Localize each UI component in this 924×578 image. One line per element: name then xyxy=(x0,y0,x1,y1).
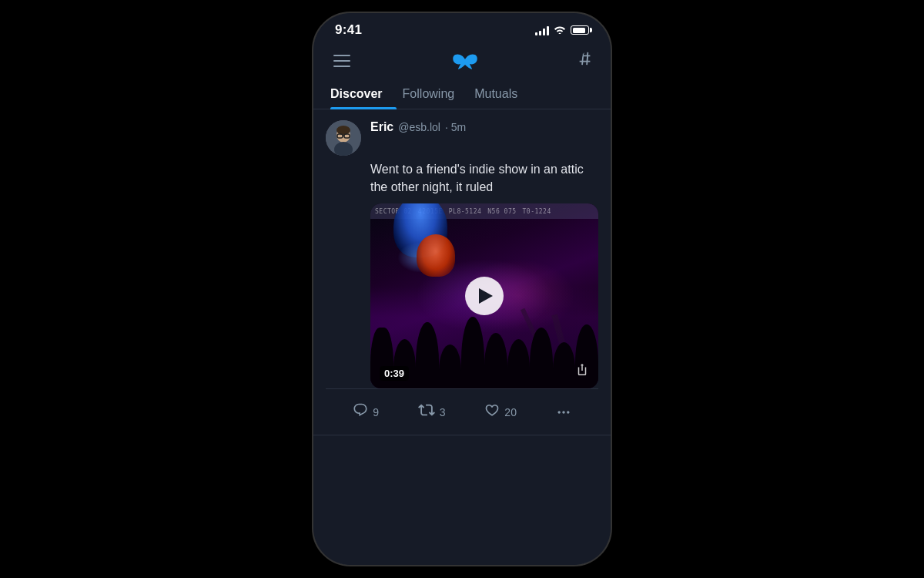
phone-screen: 9:41 xyxy=(313,13,611,565)
app-header xyxy=(313,41,611,79)
wifi-icon xyxy=(554,25,566,36)
explore-button[interactable] xyxy=(577,50,594,72)
svg-point-2 xyxy=(336,126,350,135)
comment-icon xyxy=(353,402,368,422)
author-name: Eric xyxy=(370,120,393,134)
battery-icon xyxy=(571,25,589,35)
video-duration: 0:39 xyxy=(380,366,409,381)
repost-icon xyxy=(418,402,435,422)
post-text: Went to a friend's indie show in an atti… xyxy=(326,160,598,196)
post-item: Eric @esb.lol · 5m Went to a friend's in… xyxy=(313,109,611,435)
post-time: · 5m xyxy=(445,121,466,133)
phone-frame: 9:41 xyxy=(312,12,612,566)
heart-icon xyxy=(484,402,500,422)
post-header: Eric @esb.lol · 5m xyxy=(326,120,598,156)
post-actions: 9 3 xyxy=(326,388,598,435)
like-button[interactable]: 20 xyxy=(478,399,523,425)
tab-following[interactable]: Following xyxy=(403,79,469,109)
post-video[interactable]: SECTOR 02 42015E PL8-5124 N56 075 T0-122… xyxy=(370,203,598,388)
video-share-icon[interactable] xyxy=(575,364,589,381)
like-count: 20 xyxy=(504,406,517,418)
app-logo xyxy=(453,49,477,73)
signal-icon xyxy=(535,25,549,35)
post-meta: Eric @esb.lol · 5m xyxy=(370,120,598,134)
more-options-button[interactable] xyxy=(550,402,578,423)
play-button[interactable] xyxy=(465,277,504,315)
comment-button[interactable]: 9 xyxy=(346,399,385,425)
repost-button[interactable]: 3 xyxy=(412,398,452,425)
status-time: 9:41 xyxy=(335,22,362,38)
post-author-line: Eric @esb.lol · 5m xyxy=(370,120,598,134)
comment-count: 9 xyxy=(373,406,379,418)
tab-mutuals[interactable]: Mutuals xyxy=(474,79,531,109)
menu-button[interactable] xyxy=(330,52,353,70)
feed-tabs: Discover Following Mutuals xyxy=(313,79,611,109)
feed: Eric @esb.lol · 5m Went to a friend's in… xyxy=(313,109,611,565)
status-icons xyxy=(535,25,589,36)
repost-count: 3 xyxy=(440,406,446,418)
play-icon xyxy=(479,288,493,304)
author-handle: @esb.lol xyxy=(398,121,440,133)
avatar[interactable] xyxy=(326,120,361,156)
tab-discover[interactable]: Discover xyxy=(330,79,397,109)
status-bar: 9:41 xyxy=(313,13,611,41)
